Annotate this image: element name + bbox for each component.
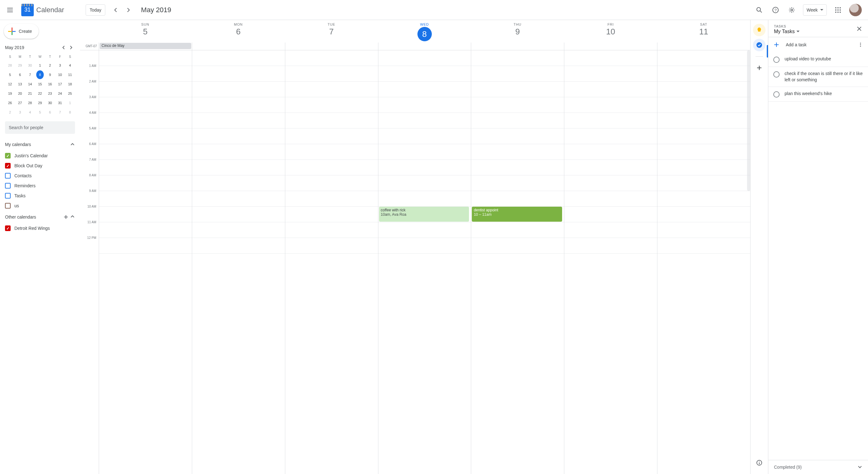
calendar-item[interactable]: us: [5, 201, 75, 211]
calendar-item[interactable]: Detroit Red Wings: [5, 223, 75, 233]
my-calendars-header[interactable]: My calendars: [5, 138, 75, 151]
mini-calendar-day[interactable]: 30: [26, 61, 34, 70]
search-button[interactable]: [752, 2, 767, 18]
calendar-event[interactable]: coffee with rick10am, Ava Roa: [379, 207, 469, 222]
mini-calendar-day[interactable]: 1: [66, 98, 74, 107]
day-column[interactable]: [99, 50, 192, 474]
task-complete-checkbox[interactable]: [773, 91, 780, 97]
mini-calendar-day[interactable]: 30: [46, 98, 54, 107]
day-header[interactable]: SUN5: [99, 20, 192, 42]
settings-button[interactable]: [784, 2, 799, 18]
allday-cell[interactable]: [285, 42, 378, 50]
calendar-item[interactable]: Tasks: [5, 191, 75, 201]
allday-cell[interactable]: Cinco de May: [99, 42, 192, 50]
day-header[interactable]: FRI10: [564, 20, 657, 42]
other-calendars-header[interactable]: Other calendars: [5, 211, 75, 223]
mini-calendar-day[interactable]: 23: [46, 89, 54, 98]
mini-calendar-day[interactable]: 13: [16, 80, 24, 88]
allday-cell[interactable]: [192, 42, 285, 50]
task-item[interactable]: plan this weekend's hike: [768, 87, 868, 101]
day-header[interactable]: SAT11: [657, 20, 750, 42]
mini-calendar-day[interactable]: 9: [46, 70, 54, 79]
time-grid[interactable]: 1 AM2 AM3 AM4 AM5 AM6 AM7 AM8 AM9 AM10 A…: [80, 50, 750, 474]
day-header[interactable]: WED8: [378, 20, 471, 42]
mini-calendar-day[interactable]: 2: [6, 108, 14, 117]
mini-calendar-day[interactable]: 10: [56, 70, 64, 79]
today-button[interactable]: Today: [86, 4, 105, 16]
mini-calendar-day[interactable]: 3: [56, 61, 64, 70]
mini-calendar-day[interactable]: 21: [26, 89, 34, 98]
day-column[interactable]: [192, 50, 285, 474]
allday-cell[interactable]: [564, 42, 657, 50]
tasks-list-selector[interactable]: My Tasks: [774, 29, 862, 34]
task-list-menu-button[interactable]: [858, 42, 863, 47]
day-column[interactable]: coffee with rick10am, Ava Roa: [378, 50, 471, 474]
mini-calendar-day[interactable]: 31: [56, 98, 64, 107]
calendar-checkbox[interactable]: [5, 163, 11, 169]
task-complete-checkbox[interactable]: [773, 57, 780, 63]
completed-tasks-toggle[interactable]: Completed (9): [768, 460, 868, 474]
allday-event[interactable]: Cinco de May: [100, 43, 191, 49]
mini-calendar-day[interactable]: 20: [16, 89, 24, 98]
add-calendar-button[interactable]: [63, 214, 69, 220]
add-task-row[interactable]: Add a task: [768, 37, 868, 52]
mini-calendar-day[interactable]: 5: [6, 70, 14, 79]
calendar-checkbox[interactable]: [5, 173, 11, 179]
calendar-checkbox[interactable]: [5, 183, 11, 188]
tasks-button[interactable]: [753, 39, 766, 51]
mini-calendar-day[interactable]: 11: [66, 70, 74, 79]
app-logo[interactable]: 31 Calendar: [19, 4, 67, 16]
mini-next-month[interactable]: [67, 44, 75, 51]
mini-calendar-day[interactable]: 19: [6, 89, 14, 98]
task-item[interactable]: upload video to youtube: [768, 52, 868, 67]
mini-calendar-day[interactable]: 6: [16, 70, 24, 79]
calendar-item[interactable]: Block Out Day: [5, 161, 75, 171]
get-addons-button[interactable]: [753, 62, 766, 74]
scrollbar[interactable]: [747, 50, 750, 191]
mini-calendar-day[interactable]: 22: [36, 89, 44, 98]
keep-button[interactable]: [753, 24, 766, 36]
google-apps-button[interactable]: [831, 2, 845, 18]
search-people-input[interactable]: Search for people: [5, 121, 75, 134]
task-item[interactable]: check if the ocean is still there or if …: [768, 67, 868, 87]
day-column[interactable]: [285, 50, 378, 474]
calendar-checkbox[interactable]: [5, 226, 11, 231]
mini-calendar-day[interactable]: 25: [66, 89, 74, 98]
day-header[interactable]: TUE7: [285, 20, 378, 42]
allday-cell[interactable]: [378, 42, 471, 50]
mini-calendar-day[interactable]: 24: [56, 89, 64, 98]
mini-calendar-day[interactable]: 26: [6, 98, 14, 107]
calendar-item[interactable]: Reminders: [5, 181, 75, 191]
mini-calendar-day[interactable]: 28: [26, 98, 34, 107]
mini-calendar-day[interactable]: 8: [66, 108, 74, 117]
view-selector[interactable]: Week: [803, 4, 827, 16]
allday-cell[interactable]: [471, 42, 564, 50]
account-avatar[interactable]: [849, 4, 862, 16]
mini-calendar-day[interactable]: 5: [36, 108, 44, 117]
mini-calendar-day[interactable]: 7: [56, 108, 64, 117]
prev-week-button[interactable]: [110, 4, 122, 16]
calendar-checkbox[interactable]: [5, 203, 11, 209]
mini-calendar-day[interactable]: 2: [46, 61, 54, 70]
mini-calendar-day[interactable]: 29: [36, 98, 44, 107]
calendar-item[interactable]: Justin's Calendar: [5, 151, 75, 161]
next-week-button[interactable]: [122, 4, 135, 16]
mini-calendar-day[interactable]: 16: [46, 80, 54, 88]
day-column[interactable]: [564, 50, 657, 474]
side-panel-hide-button[interactable]: [753, 456, 766, 469]
mini-calendar-day[interactable]: 4: [26, 108, 34, 117]
calendar-checkbox[interactable]: [5, 153, 11, 158]
mini-calendar-day[interactable]: 15: [36, 80, 44, 88]
mini-calendar-day[interactable]: 17: [56, 80, 64, 88]
create-button[interactable]: Create: [4, 24, 39, 39]
task-complete-checkbox[interactable]: [773, 71, 780, 78]
tasks-close-button[interactable]: [854, 24, 864, 34]
mini-calendar-day[interactable]: 7: [26, 70, 34, 79]
allday-cell[interactable]: [657, 42, 750, 50]
main-menu-button[interactable]: [2, 2, 18, 18]
day-column[interactable]: [657, 50, 750, 474]
mini-calendar-day[interactable]: 29: [16, 61, 24, 70]
calendar-event[interactable]: dentist appoint10 – 11am: [472, 207, 562, 222]
mini-prev-month[interactable]: [60, 44, 67, 51]
mini-calendar-day[interactable]: 28: [6, 61, 14, 70]
